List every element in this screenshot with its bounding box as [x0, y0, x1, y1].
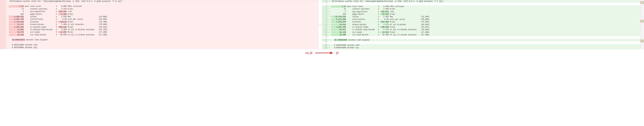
diff-marker: +: [328, 39, 330, 41]
line-content: 10,763,253 cycles # 2.491 GHz (31.94%): [330, 16, 640, 18]
code-line: [0, 41, 318, 44]
line-content: 4.32 msec task-clock # 0.000 CPUs utiliz…: [330, 5, 640, 8]
diff-marker: +: [328, 28, 330, 31]
perf-counter-row: 1,719,940 branches # 439.08 M/sec (79.78…: [0, 21, 318, 23]
diff-marker: +: [328, 5, 330, 8]
line-content: 51,247 branch-misses # 2.98% of all bran…: [8, 23, 318, 26]
line-number: 4: [322, 8, 328, 10]
arrow-right-icon: →: [320, 24, 321, 25]
line-number: [0, 0, 6, 3]
diff-marker: [328, 36, 330, 39]
diff-marker: +: [328, 44, 330, 47]
line-number: 9: [322, 21, 328, 23]
line-number: 11: [322, 26, 328, 28]
diff-marker: +: [328, 21, 330, 23]
line-content: 69,671 L1-dcache-load-misses # 2.27% of …: [330, 28, 640, 31]
diff-marker: [6, 28, 8, 31]
diff-marker: [6, 5, 8, 8]
perf-header-line: 1+ Performance counter stats for '/data/…: [322, 0, 640, 3]
diff-marker: [6, 13, 8, 16]
left-minimap[interactable]: [640, 0, 642, 49]
annotation-right-label: jit: [336, 51, 338, 55]
line-content: 46.686925078 seconds time elapsed: [8, 39, 318, 41]
line-content: 29,130 LLC-load-misses # 55.94% of all L…: [8, 34, 318, 36]
line-content: 0.002121000 seconds user: [8, 44, 318, 46]
code-line: 17: [322, 41, 640, 44]
elapsed-line: 16+ 29.740983598 seconds time elapsed: [322, 39, 640, 41]
sys-time-line: 0.001970000 seconds sys: [0, 46, 318, 49]
code-line: [0, 3, 318, 5]
diff-move-right-button[interactable]: →: [319, 23, 322, 26]
perf-counter-row: 3+ 4.32 msec task-clock # 0.000 CPUs uti…: [322, 5, 640, 8]
perf-counter-row: 9,896,281 cycles # 2.526 GHz (35.98%): [0, 16, 318, 18]
line-content: 2 cpu-migrations # 510.542 /sec: [8, 10, 318, 13]
line-content: [330, 3, 640, 5]
line-content: 22,209 LLC-load-misses # 41.02% of all L…: [330, 34, 640, 36]
line-content: 1,719,940 branches # 439.08 M/sec (79.78…: [8, 21, 318, 23]
line-content: 54,410 branch-misses # 2.97% of all bran…: [330, 23, 640, 26]
line-content: [330, 36, 640, 39]
line-number: 2: [322, 3, 328, 5]
perf-counter-row: 2 cpu-migrations # 510.542 /sec: [0, 10, 318, 13]
diff-marker: [6, 8, 8, 10]
line-number: [0, 44, 6, 46]
line-content: 9,573,998 instructions # 0.89 insn per c…: [330, 18, 640, 21]
line-number: [0, 36, 6, 39]
diff-marker: [6, 18, 8, 21]
line-content: 52,070 LLC-loads # 13.292 M/sec (17.30%): [8, 31, 318, 34]
perf-counter-row: 8,902,749 instructions # 0.90 insn per c…: [0, 18, 318, 21]
line-content: 0.001970000 seconds sys: [8, 46, 318, 49]
line-number: 6: [322, 13, 328, 16]
diff-marker: [328, 41, 330, 44]
annotation-row: no jit jit: [0, 51, 644, 55]
perf-counter-row: 3.92 msec task-clock # 0.000 CPUs utiliz…: [0, 5, 318, 8]
perf-counter-row: 10+ 54,410 branch-misses # 2.97% of all …: [322, 23, 640, 26]
line-number: 14: [322, 34, 328, 36]
line-number: 16: [322, 39, 328, 41]
line-number: [0, 28, 6, 31]
line-content: 2 cpu-migrations # 462.821 /sec: [330, 10, 640, 13]
diff-marker: [6, 0, 8, 3]
line-number: 10: [322, 23, 328, 26]
perf-header-line: Performance counter stats for '/data/pg1…: [0, 0, 318, 3]
diff-marker: [6, 3, 8, 5]
perf-counter-row: 9+ 1,833,970 branches # 424.400 M/sec (7…: [322, 21, 640, 23]
line-number: 12: [322, 28, 328, 31]
line-number: [0, 46, 6, 49]
line-number: [0, 16, 6, 18]
line-content: 13 context-switches # 3.008 K/sec: [330, 8, 640, 10]
diff-marker: +: [328, 18, 330, 21]
perf-counter-row: 52,070 LLC-loads # 13.292 M/sec (17.30%): [0, 31, 318, 34]
line-content: 3,067,449 L1-dcache-loads # 709.840 M/se…: [330, 26, 640, 28]
diff-marker: +: [328, 8, 330, 10]
line-number: [0, 10, 6, 13]
perf-counter-row: 11+ 3,067,449 L1-dcache-loads # 709.840 …: [322, 26, 640, 28]
perf-counter-row: 1,976,835 L1-dcache-loads # 504.628 M/se…: [0, 26, 318, 28]
line-content: 9,896,281 cycles # 2.526 GHz (35.98%): [8, 16, 318, 18]
sys-time-line: 19+ 0.002641000 seconds sys: [322, 47, 640, 49]
perf-counter-row: 75,055 L1-dcache-load-misses # 3.80% of …: [0, 28, 318, 31]
line-number: 3: [322, 5, 328, 8]
diff-marker: [6, 41, 8, 44]
line-number: 7: [322, 16, 328, 18]
diff-marker: +: [328, 31, 330, 34]
line-number: 13: [322, 31, 328, 34]
line-content: [330, 41, 640, 44]
line-content: 13 context-switches # 3.319 K/sec: [8, 8, 318, 10]
line-number: [0, 8, 6, 10]
diff-marker: +: [328, 10, 330, 13]
user-time-line: 0.002121000 seconds user: [0, 44, 318, 46]
line-number: 5: [322, 10, 328, 13]
code-line: [0, 36, 318, 39]
line-content: 8,902,749 instructions # 0.90 insn per c…: [8, 18, 318, 21]
line-number: [0, 34, 6, 36]
line-content: 29.740983598 seconds time elapsed: [330, 39, 640, 41]
line-content: 1,976,835 L1-dcache-loads # 504.628 M/se…: [8, 26, 318, 28]
perf-counter-row: 14+ 22,209 LLC-load-misses # 41.02% of a…: [322, 34, 640, 36]
user-time-line: 18+ 0.001851000 seconds user: [322, 44, 640, 47]
line-content: [8, 41, 318, 44]
line-content: [8, 36, 318, 39]
line-number: 19: [322, 47, 328, 49]
right-minimap[interactable]: [642, 0, 644, 49]
line-content: 282 page-faults # 71.986 K/sec: [8, 13, 318, 16]
